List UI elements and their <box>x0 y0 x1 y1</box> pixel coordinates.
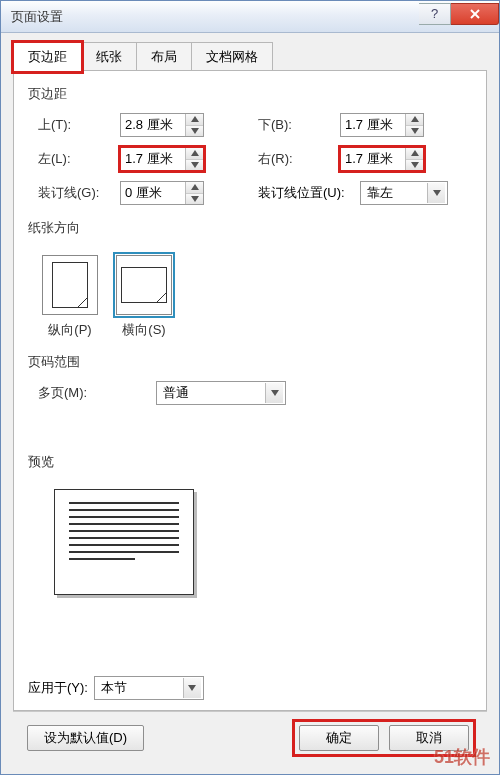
label-top: 上(T): <box>38 116 114 134</box>
select-multipages[interactable]: 普通 <box>156 381 286 405</box>
svg-marker-8 <box>191 162 199 168</box>
chevron-down-icon[interactable] <box>427 183 445 203</box>
close-button[interactable] <box>451 3 499 25</box>
orientation-portrait[interactable]: 纵向(P) <box>42 255 98 339</box>
ok-button[interactable]: 确定 <box>299 725 379 751</box>
tab-margins[interactable]: 页边距 <box>13 42 82 72</box>
input-bottom[interactable] <box>340 113 424 137</box>
input-right[interactable] <box>340 147 424 171</box>
label-apply-to: 应用于(Y): <box>28 679 88 697</box>
window-title: 页面设置 <box>11 8 419 26</box>
svg-marker-11 <box>191 184 199 190</box>
page-setup-dialog: 页面设置 ? 页边距 纸张 布局 文档网格 页边距 上(T): <box>0 0 500 775</box>
svg-marker-13 <box>433 190 441 196</box>
select-gutter-pos[interactable]: 靠左 <box>360 181 448 205</box>
svg-marker-12 <box>191 196 199 202</box>
input-top[interactable] <box>120 113 204 137</box>
chevron-down-icon[interactable] <box>183 678 201 698</box>
tab-paper[interactable]: 纸张 <box>81 42 137 72</box>
help-button[interactable]: ? <box>419 3 451 25</box>
svg-marker-3 <box>191 116 199 122</box>
label-right: 右(R): <box>258 150 334 168</box>
chevron-down-icon[interactable] <box>265 383 283 403</box>
input-left-field[interactable] <box>121 150 185 169</box>
cancel-button[interactable]: 取消 <box>389 725 469 751</box>
tab-panel: 页边距 上(T): 下(B): <box>13 70 487 711</box>
tab-grid[interactable]: 文档网格 <box>191 42 273 72</box>
input-top-field[interactable] <box>121 116 185 135</box>
svg-text:?: ? <box>431 8 438 20</box>
svg-marker-10 <box>411 162 419 168</box>
portrait-icon <box>42 255 98 315</box>
svg-marker-9 <box>411 150 419 156</box>
tab-strip: 页边距 纸张 布局 文档网格 <box>13 41 487 71</box>
titlebar: 页面设置 ? <box>1 1 499 33</box>
group-margins-title: 页边距 <box>28 85 472 103</box>
orientation-landscape[interactable]: 横向(S) <box>116 255 172 339</box>
label-bottom: 下(B): <box>258 116 334 134</box>
input-right-field[interactable] <box>341 150 405 169</box>
landscape-icon <box>116 255 172 315</box>
spin-down-icon[interactable] <box>186 126 203 137</box>
dialog-footer: 设为默认值(D) 确定 取消 <box>13 711 487 764</box>
group-preview-title: 预览 <box>28 453 472 471</box>
label-left: 左(L): <box>38 150 114 168</box>
preview-thumbnail <box>54 489 194 595</box>
input-gutter[interactable] <box>120 181 204 205</box>
spin-up-icon[interactable] <box>186 114 203 126</box>
label-gutter: 装订线(G): <box>38 184 114 202</box>
group-pages-title: 页码范围 <box>28 353 472 371</box>
svg-marker-4 <box>191 128 199 134</box>
svg-marker-14 <box>271 390 279 396</box>
group-orientation-title: 纸张方向 <box>28 219 472 237</box>
set-default-button[interactable]: 设为默认值(D) <box>27 725 144 751</box>
svg-marker-7 <box>191 150 199 156</box>
tab-layout[interactable]: 布局 <box>136 42 192 72</box>
select-apply-to[interactable]: 本节 <box>94 676 204 700</box>
svg-marker-5 <box>411 116 419 122</box>
label-gutter-pos: 装订线位置(U): <box>258 184 354 202</box>
input-bottom-field[interactable] <box>341 116 405 135</box>
svg-marker-15 <box>188 685 196 691</box>
svg-marker-6 <box>411 128 419 134</box>
input-left[interactable] <box>120 147 204 171</box>
label-multipages: 多页(M): <box>38 384 114 402</box>
input-gutter-field[interactable] <box>121 184 185 203</box>
